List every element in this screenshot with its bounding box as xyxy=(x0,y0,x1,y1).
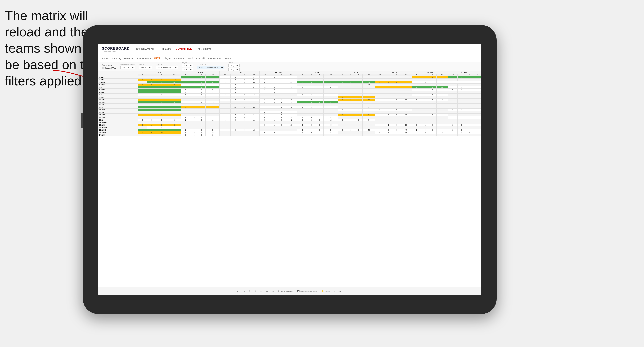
nav-teams[interactable]: TEAMS xyxy=(162,48,171,51)
region-label: Region xyxy=(182,62,193,63)
watch-button[interactable]: 🔔 Watch xyxy=(321,290,330,292)
refresh-button[interactable]: ⟳ xyxy=(249,290,251,292)
sub-w: W xyxy=(297,74,308,76)
row-label: 5. UT xyxy=(98,86,138,89)
table-row: 13. UT 21122 -2030 12026 22012 -18 xyxy=(98,106,481,109)
watch-label: Watch xyxy=(325,290,330,292)
share-label: Share xyxy=(337,290,342,292)
compact-view-option[interactable]: Compact View xyxy=(102,67,116,69)
table-row: 1. AU 010 2027 10 010 10 xyxy=(98,76,481,79)
full-view-option[interactable]: Full View xyxy=(102,64,116,66)
table-row: 7. UM 2100 10 10 xyxy=(98,91,481,94)
compact-view-label: Compact View xyxy=(104,67,116,69)
conference-select[interactable]: Pac-12 Conference ▼ xyxy=(197,66,224,69)
gender-select[interactable]: Men's xyxy=(139,66,152,69)
sub-t: T xyxy=(429,74,437,76)
zoom-in-button[interactable]: ⊕ xyxy=(260,290,262,292)
table-row: 19. TAMU xyxy=(98,121,481,124)
col-header-ucb: 22. UCB xyxy=(259,71,297,74)
view-original-button[interactable]: 👁 View: Original xyxy=(278,290,293,292)
sub-nav-h2h-grid1[interactable]: H2H Grid xyxy=(124,57,134,60)
nav-tournaments[interactable]: TOURNAMENTS xyxy=(136,48,156,51)
col-header-osu: 57. OSU xyxy=(448,71,481,74)
share-button[interactable]: ↗ Share xyxy=(334,290,342,292)
sub-dif: Dif xyxy=(400,74,412,76)
row-label: 9. UA xyxy=(98,96,138,99)
save-icon: 💾 xyxy=(297,290,300,292)
sub-w: W xyxy=(412,74,421,76)
compact-view-radio[interactable] xyxy=(102,67,104,69)
row-label: 18. U xyxy=(98,119,138,121)
region-select1[interactable]: N/A xyxy=(182,64,193,67)
zoom-out-button[interactable]: ⊖ xyxy=(266,290,268,292)
max-teams-select[interactable]: Top 25 xyxy=(120,66,135,69)
watch-icon: 🔔 xyxy=(321,290,324,292)
tablet-device: SCOREBOARD Powered by clippd TOURNAMENTS… xyxy=(83,25,497,314)
sub-nav-summary1[interactable]: Summary xyxy=(112,57,121,60)
table-row: 10. UW 13011 3041 720 25066 12051 1451 xyxy=(98,99,481,101)
sub-nav-h2h-heatmap1[interactable]: H2H Heatmap xyxy=(137,57,151,60)
col-header-su: 27. SU xyxy=(338,71,375,74)
row-label: 8. UAF xyxy=(98,94,138,96)
division-select[interactable]: NCAA Division I xyxy=(156,66,178,69)
gender-filter: Gender Men's xyxy=(139,64,152,69)
team-select2[interactable]: (All) xyxy=(228,68,240,71)
sub-t: T xyxy=(240,74,248,76)
sub-t: T xyxy=(355,74,363,76)
region-select2[interactable]: N/A xyxy=(182,68,193,71)
sub-dif: Dif xyxy=(362,74,375,76)
table-row: 18. U 20011 10011 10011 0101 01013 0105 xyxy=(98,119,481,121)
logo-main-text: SCOREBOARD xyxy=(102,46,130,50)
row-label: 17. GIT xyxy=(98,116,138,119)
zoom-fit-button[interactable]: ◎ xyxy=(255,290,256,292)
full-view-radio[interactable] xyxy=(102,64,104,66)
share-icon: ↗ xyxy=(334,290,336,292)
tablet-side-button[interactable] xyxy=(81,113,83,128)
sub-t: T xyxy=(392,74,400,76)
table-row: 3. ASU 4080 050120 02048 0152 600160 600… xyxy=(98,81,481,84)
table-row: 12. UV 15 xyxy=(98,104,481,106)
nav-committee[interactable]: COMMITTEE xyxy=(176,47,192,51)
col-header-uo: 24. UO xyxy=(297,71,338,74)
sub-l: L xyxy=(270,74,278,76)
sub-t: T xyxy=(155,74,168,76)
row-label: 3. ASU xyxy=(98,81,138,84)
table-row: 8. UAF 01014 120 01015 11011 010 xyxy=(98,94,481,96)
save-custom-button[interactable]: 💾 Save Custom View xyxy=(297,290,317,292)
app-logo: SCOREBOARD Powered by clippd xyxy=(102,46,130,52)
sub-t: T xyxy=(278,74,286,76)
sub-nav-h2h-heatmap2[interactable]: H2H Heatmap xyxy=(208,57,222,60)
sub-nav-players[interactable]: Players xyxy=(164,57,171,60)
sub-nav-summary2[interactable]: Summary xyxy=(174,57,184,60)
timer-button[interactable]: ⏱ xyxy=(272,290,274,292)
row-label: 14. TTU xyxy=(98,109,138,111)
sub-nav-h2h-grid2[interactable]: H2H Grid xyxy=(196,57,205,60)
row-label: 7. UM xyxy=(98,91,138,94)
table-row: 24. UO 02029 xyxy=(98,134,481,136)
sub-nav-teams[interactable]: Teams xyxy=(102,57,109,60)
row-label: 20. UG xyxy=(98,124,138,126)
col-header-uu: 54. UU xyxy=(412,71,448,74)
sub-w: W xyxy=(375,74,385,76)
sub-nav-matrix2[interactable]: Matrix xyxy=(225,57,231,60)
conference-filter: Conference Pac-12 Conference ▼ xyxy=(197,64,224,69)
row-label: 23. UNM xyxy=(98,131,138,134)
sub-t: T xyxy=(198,74,206,76)
matrix-area[interactable]: 3. ASU 10. UW 11. UA 22. UCB 24. UO 27. … xyxy=(98,71,481,287)
nav-rankings[interactable]: RANKINGS xyxy=(197,48,211,51)
sub-w: W xyxy=(138,74,147,76)
sub-nav-matrix[interactable]: Matrix xyxy=(154,57,161,60)
undo-button[interactable]: ↩ xyxy=(237,290,239,292)
sub-w: W xyxy=(181,74,190,76)
view-options: Full View Compact View xyxy=(102,64,116,69)
sub-l: L xyxy=(385,74,392,76)
sub-nav-detail[interactable]: Detail xyxy=(187,57,193,60)
row-label: 21. ETSU xyxy=(98,126,138,129)
redo-button[interactable]: ↪ xyxy=(243,290,245,292)
team-select1[interactable]: (All) xyxy=(228,64,240,67)
conference-label: Conference xyxy=(197,64,224,65)
team-label: Team xyxy=(228,62,240,63)
sub-dif: D xyxy=(473,74,481,76)
sub-t: T xyxy=(465,74,473,76)
sub-w: W xyxy=(259,74,270,76)
